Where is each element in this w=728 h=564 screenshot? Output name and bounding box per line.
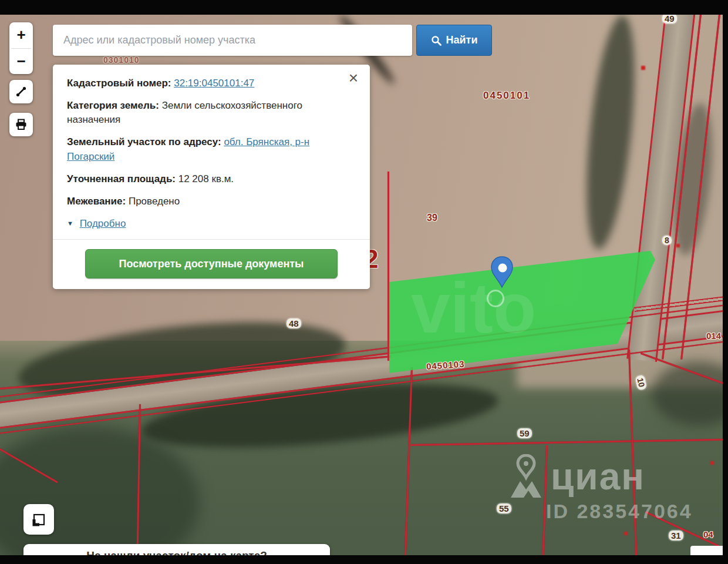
letterbox-right [723,0,728,564]
map-pin-icon[interactable] [490,256,514,293]
search-button-label: Найти [446,34,478,46]
field-label: Уточненная площадь: [67,173,176,184]
letterbox-top [0,0,728,15]
not-found-text: Не нашли участок/дом на карте? [86,549,267,555]
not-found-bar[interactable]: Не нашли участок/дом на карте? [23,544,330,555]
partial-ui-element [690,546,723,555]
field-area: Уточненная площадь: 12 208 кв.м. [67,172,356,186]
fullscreen-button[interactable] [9,80,33,103]
parcel-label: 59 [517,428,532,438]
map-marking [710,461,714,465]
cadastral-number-link[interactable]: 32:19:0450101:47 [174,78,254,89]
quarter-label: 0450101 [483,90,530,102]
field-land-category: Категория земель: Земли сельскохозяйстве… [67,99,356,127]
search-icon [431,35,441,46]
map-marking [624,532,628,535]
field-label: Категория земель: [67,100,159,111]
close-icon[interactable]: × [345,69,362,87]
map-canvas[interactable]: vito 0450101 39 48 0450103 59 55 31 8 10… [0,15,723,555]
field-label: Земельный участок по адресу: [67,136,221,147]
details-row: ▼ Подробно [67,217,356,231]
cian-logo-icon [510,454,542,499]
search-input[interactable] [53,25,412,56]
field-label: Кадастровый номер: [67,78,171,89]
search-button[interactable]: Найти [416,25,492,56]
parcel-label: 49 [662,15,677,24]
field-address: Земельный участок по адресу: обл. Брянск… [67,135,356,163]
field-value: 12 208 кв.м. [178,173,234,184]
map-marking [641,66,645,70]
quarter-label-clipped: 04 [703,529,713,539]
zoom-out-button[interactable]: − [9,48,33,74]
parcel-label: 39 [427,213,437,223]
quarter-label-faint: 0301010 [103,55,140,65]
field-value: Проведено [129,196,180,207]
diagonal-resize-icon [15,86,27,98]
zoom-panel: + − [9,22,33,74]
parcel-info-card: × Кадастровый номер: 32:19:0450101:47 Ка… [53,65,370,289]
cian-watermark: циан ID 283547064 [510,454,693,523]
area-select-button[interactable] [23,504,54,535]
cian-watermark-text: циан [551,455,645,498]
quarter-label-clipped: 014 [706,331,721,341]
view-documents-button[interactable]: Посмотреть доступные документы [85,249,338,278]
parcel-label: 31 [669,531,683,540]
printer-icon [15,118,28,131]
details-link[interactable]: Подробно [80,218,126,229]
print-button[interactable] [9,113,33,136]
letterbox-bottom [0,555,728,564]
listing-id-watermark: ID 283547064 [546,500,693,523]
zoom-in-button[interactable]: + [9,22,33,48]
field-survey: Межевание: Проведено [67,194,356,209]
map-marking [676,244,680,247]
parcel-label: 55 [497,503,511,513]
chevron-down-icon: ▼ [67,220,73,227]
square-selection-icon [31,511,47,528]
field-cadastral-number: Кадастровый номер: 32:19:0450101:47 [67,76,356,90]
parcel-label: 48 [287,318,301,328]
cadastral-line [387,172,389,361]
parcel-label: 8 [662,236,672,245]
field-label: Межевание: [67,196,126,207]
